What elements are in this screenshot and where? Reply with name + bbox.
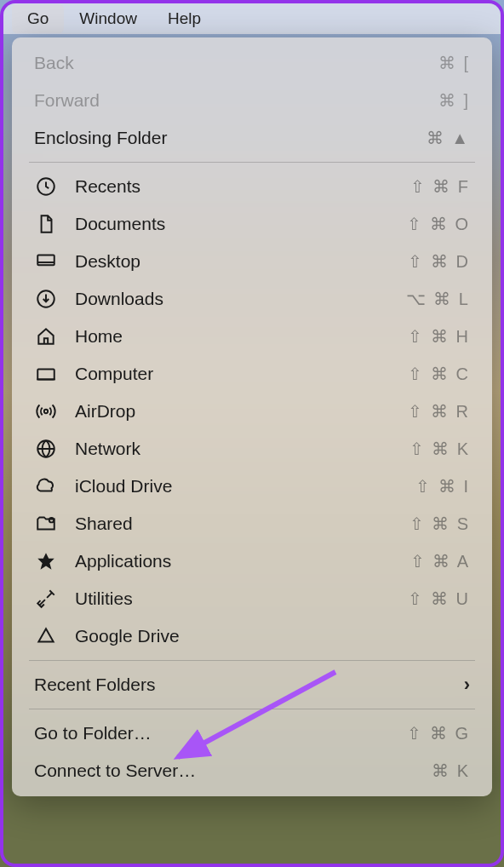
desktop-icon bbox=[34, 250, 58, 273]
menu-label: Home bbox=[75, 326, 408, 347]
shortcut: ⇧ ⌘ S bbox=[410, 514, 470, 534]
menubar-item-go[interactable]: Go bbox=[12, 4, 64, 33]
menu-item-downloads[interactable]: Downloads ⌥ ⌘ L bbox=[12, 280, 492, 318]
airdrop-icon bbox=[34, 399, 58, 423]
computer-icon bbox=[34, 362, 58, 386]
menu-item-utilities[interactable]: Utilities ⇧ ⌘ U bbox=[12, 580, 492, 617]
shortcut: ⇧ ⌘ R bbox=[408, 401, 470, 422]
shortcut: ⌘ [ bbox=[438, 53, 470, 73]
menu-item-icloud-drive[interactable]: iCloud Drive ⇧ ⌘ I bbox=[12, 468, 492, 505]
menubar-item-window[interactable]: Window bbox=[64, 4, 152, 33]
menu-item-documents[interactable]: Documents ⇧ ⌘ O bbox=[12, 205, 492, 243]
menu-item-airdrop[interactable]: AirDrop ⇧ ⌘ R bbox=[12, 393, 492, 430]
shortcut: ⇧ ⌘ A bbox=[410, 551, 470, 571]
menu-label: Recent Folders bbox=[34, 675, 464, 695]
menu-label: Shared bbox=[75, 514, 410, 534]
shortcut: ⇧ ⌘ D bbox=[408, 251, 470, 272]
shortcut: ⇧ ⌘ O bbox=[407, 214, 470, 234]
menubar-item-help[interactable]: Help bbox=[152, 4, 216, 33]
menu-item-forward: Forward ⌘ ] bbox=[12, 82, 492, 119]
shortcut: ⌘ ] bbox=[438, 90, 470, 111]
shortcut: ⇧ ⌘ I bbox=[415, 476, 470, 497]
menu-label: AirDrop bbox=[75, 401, 408, 422]
menu-item-desktop[interactable]: Desktop ⇧ ⌘ D bbox=[12, 243, 492, 280]
icloud-icon bbox=[34, 474, 58, 498]
shortcut: ⇧ ⌘ U bbox=[408, 589, 470, 609]
menu-item-home[interactable]: Home ⇧ ⌘ H bbox=[12, 318, 492, 355]
menu-label: Recents bbox=[75, 176, 410, 197]
menu-label: Computer bbox=[75, 364, 408, 384]
svg-rect-3 bbox=[37, 370, 54, 380]
document-icon bbox=[34, 212, 58, 236]
menu-separator bbox=[29, 660, 475, 661]
google-drive-icon bbox=[34, 624, 58, 648]
menu-item-applications[interactable]: Applications ⇧ ⌘ A bbox=[12, 543, 492, 580]
menu-item-google-drive[interactable]: Google Drive bbox=[12, 617, 492, 655]
menu-label: Back bbox=[34, 53, 438, 73]
svg-point-4 bbox=[44, 410, 48, 413]
menu-label: Google Drive bbox=[75, 626, 470, 646]
menu-label: Network bbox=[75, 439, 410, 459]
menu-item-recents[interactable]: Recents ⇧ ⌘ F bbox=[12, 168, 492, 205]
menu-label: Documents bbox=[75, 214, 407, 234]
menubar: Go Window Help bbox=[3, 3, 501, 34]
shortcut: ⇧ ⌘ C bbox=[408, 364, 470, 384]
menu-item-shared[interactable]: Shared ⇧ ⌘ S bbox=[12, 505, 492, 543]
shortcut: ⇧ ⌘ F bbox=[410, 176, 470, 197]
svg-point-6 bbox=[49, 518, 54, 522]
menu-label: Desktop bbox=[75, 251, 408, 272]
shortcut: ⇧ ⌘ G bbox=[407, 723, 470, 744]
chevron-right-icon: › bbox=[464, 674, 470, 696]
download-icon bbox=[34, 287, 58, 311]
menu-item-connect-to-server[interactable]: Connect to Server… ⌘ K bbox=[12, 752, 492, 789]
menu-label: Applications bbox=[75, 551, 410, 571]
applications-icon bbox=[34, 549, 58, 573]
shared-folder-icon bbox=[34, 512, 58, 536]
menu-item-enclosing-folder[interactable]: Enclosing Folder ⌘ ▲ bbox=[12, 119, 492, 157]
menu-label: Connect to Server… bbox=[34, 761, 432, 781]
utilities-icon bbox=[34, 587, 58, 611]
menu-item-recent-folders[interactable]: Recent Folders › bbox=[12, 666, 492, 703]
shortcut: ⇧ ⌘ K bbox=[410, 439, 470, 459]
shortcut: ⌘ K bbox=[432, 761, 470, 781]
network-icon bbox=[34, 437, 58, 461]
shortcut: ⌥ ⌘ L bbox=[406, 289, 470, 309]
svg-rect-1 bbox=[37, 255, 54, 265]
menu-label: Utilities bbox=[75, 589, 408, 609]
shortcut: ⌘ ▲ bbox=[427, 128, 470, 148]
menu-label: iCloud Drive bbox=[75, 476, 415, 497]
menu-label: Downloads bbox=[75, 289, 406, 309]
menu-label: Enclosing Folder bbox=[34, 128, 427, 148]
menu-item-back: Back ⌘ [ bbox=[12, 44, 492, 82]
menu-separator bbox=[29, 162, 475, 163]
clock-icon bbox=[34, 175, 58, 198]
shortcut: ⇧ ⌘ H bbox=[408, 326, 470, 347]
menu-item-go-to-folder[interactable]: Go to Folder… ⇧ ⌘ G bbox=[12, 715, 492, 752]
menu-item-computer[interactable]: Computer ⇧ ⌘ C bbox=[12, 355, 492, 393]
menu-item-network[interactable]: Network ⇧ ⌘ K bbox=[12, 430, 492, 468]
menu-label: Forward bbox=[34, 90, 438, 111]
go-dropdown-menu: Back ⌘ [ Forward ⌘ ] Enclosing Folder ⌘ … bbox=[12, 37, 492, 796]
menu-separator bbox=[29, 709, 475, 709]
home-icon bbox=[34, 324, 58, 348]
menu-label: Go to Folder… bbox=[34, 723, 407, 744]
